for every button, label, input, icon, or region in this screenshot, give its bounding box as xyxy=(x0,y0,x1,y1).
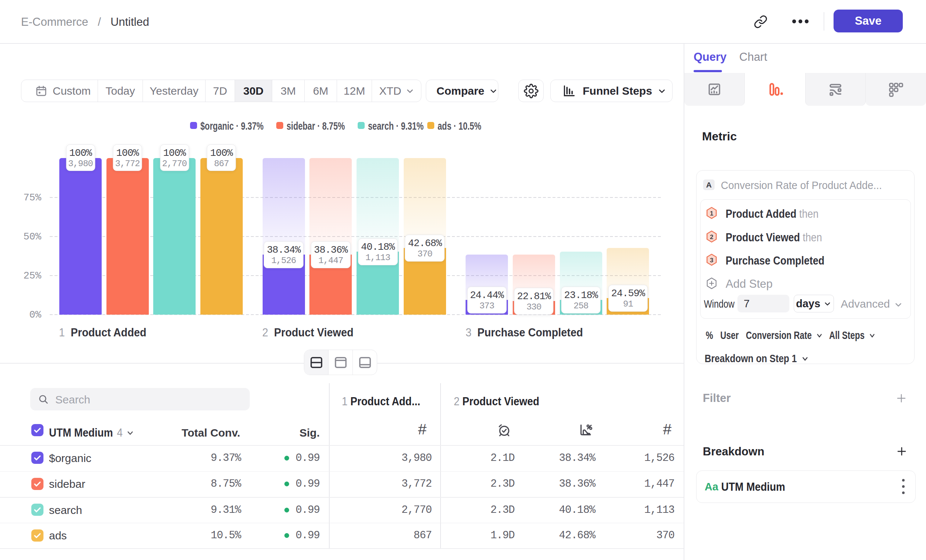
svg-text:3: 3 xyxy=(710,257,713,264)
svg-text:1: 1 xyxy=(710,210,713,217)
svg-text:2: 2 xyxy=(710,233,713,241)
